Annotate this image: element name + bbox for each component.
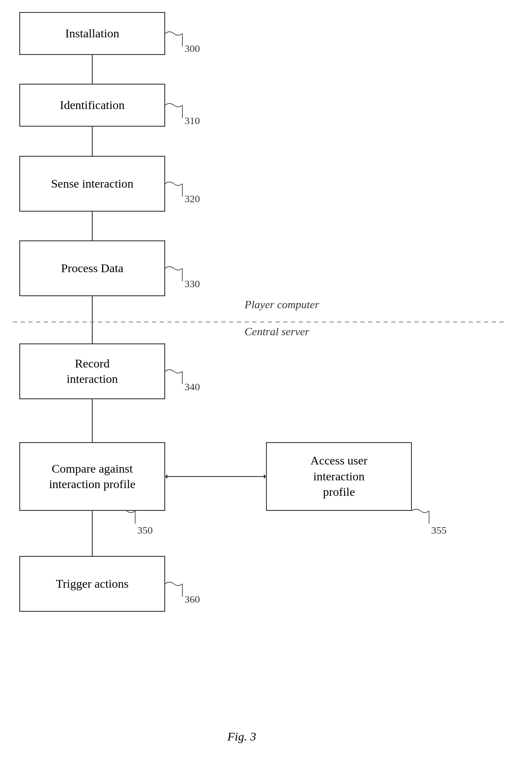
svg-marker-8 bbox=[165, 474, 167, 479]
identification-box: Identification bbox=[19, 84, 165, 127]
access-profile-label: Access user interaction profile bbox=[311, 453, 368, 500]
compare-profile-label: Compare against interaction profile bbox=[49, 461, 135, 492]
compare-profile-ref: 350 bbox=[137, 525, 153, 536]
central-server-label: Central server bbox=[245, 325, 309, 338]
sense-interaction-ref: 320 bbox=[184, 193, 200, 205]
installation-label: Installation bbox=[65, 26, 119, 41]
access-profile-ref: 355 bbox=[431, 525, 447, 536]
sense-interaction-label: Sense interaction bbox=[51, 176, 133, 191]
player-computer-label: Player computer bbox=[245, 298, 319, 311]
access-profile-box: Access user interaction profile bbox=[266, 442, 412, 511]
trigger-actions-box: Trigger actions bbox=[19, 556, 165, 612]
sense-interaction-box: Sense interaction bbox=[19, 156, 165, 212]
diagram-container: Installation 300 Identification 310 Sens… bbox=[0, 0, 532, 771]
process-data-label: Process Data bbox=[61, 261, 123, 276]
trigger-actions-ref: 360 bbox=[184, 594, 200, 605]
identification-ref: 310 bbox=[184, 115, 200, 127]
process-data-box: Process Data bbox=[19, 240, 165, 296]
figure-label: Fig. 3 bbox=[227, 730, 256, 744]
compare-profile-box: Compare against interaction profile bbox=[19, 442, 165, 511]
process-data-ref: 330 bbox=[184, 278, 200, 290]
identification-label: Identification bbox=[60, 97, 125, 113]
installation-box: Installation bbox=[19, 12, 165, 55]
installation-ref: 300 bbox=[184, 43, 200, 55]
record-interaction-label: Record interaction bbox=[66, 356, 118, 387]
record-interaction-ref: 340 bbox=[184, 381, 200, 393]
record-interaction-box: Record interaction bbox=[19, 343, 165, 399]
trigger-actions-label: Trigger actions bbox=[56, 576, 128, 592]
